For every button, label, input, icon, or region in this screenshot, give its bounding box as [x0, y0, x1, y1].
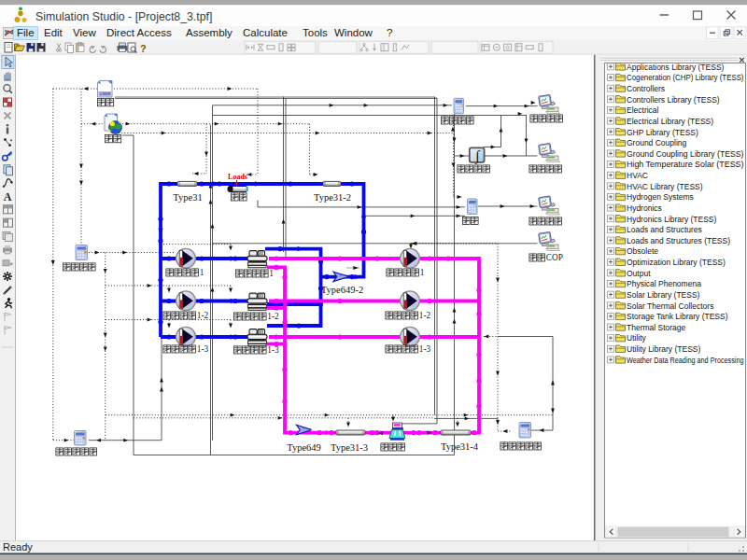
svg-text:USER: USER: [99, 91, 110, 96]
svg-text:Controllers: Controllers: [627, 84, 665, 93]
svg-text:Type31-2: Type31-2: [314, 192, 351, 203]
svg-text:Hydronics: Hydronics: [627, 203, 662, 213]
svg-text:Ground Coupling: Ground Coupling: [627, 138, 687, 147]
svg-text:High Temperature Solar (TESS): High Temperature Solar (TESS): [627, 160, 744, 169]
svg-text:Tools: Tools: [303, 27, 328, 38]
svg-text:Type31: Type31: [173, 192, 202, 203]
svg-text:Type649-2: Type649-2: [321, 285, 363, 295]
svg-text:Electrical Library (TESS): Electrical Library (TESS): [627, 117, 713, 126]
svg-text:Type649: Type649: [287, 442, 321, 453]
svg-text:File: File: [17, 27, 35, 38]
svg-text:1-3: 1-3: [197, 344, 209, 354]
svg-text:Loads: Loads: [228, 173, 247, 181]
svg-text:Physical Phenomena: Physical Phenomena: [627, 279, 701, 288]
svg-text:Controllers Library (TESS): Controllers Library (TESS): [627, 95, 720, 105]
svg-text:1: 1: [420, 268, 425, 277]
svg-text:1-3: 1-3: [267, 345, 279, 355]
svg-text:?: ?: [387, 27, 392, 38]
svg-text:Type31-4: Type31-4: [441, 441, 479, 452]
svg-text:Solar Library (TESS): Solar Library (TESS): [627, 290, 700, 300]
svg-text:Obsolete: Obsolete: [627, 246, 658, 256]
svg-text:Output: Output: [627, 269, 651, 278]
svg-text:Direct Access: Direct Access: [106, 27, 172, 38]
svg-text:Simulation Studio - [Project8_: Simulation Studio - [Project8_3.tpf]: [35, 10, 212, 23]
svg-text:Ready: Ready: [3, 541, 33, 553]
svg-text:1-3: 1-3: [419, 344, 431, 354]
svg-text:A: A: [4, 190, 12, 203]
svg-text:?: ?: [140, 43, 147, 54]
svg-text:Calculate: Calculate: [243, 27, 288, 38]
svg-text:1-2: 1-2: [197, 311, 209, 320]
svg-text:COP: COP: [546, 253, 563, 262]
svg-text:Edit: Edit: [44, 27, 63, 38]
svg-text:Utility Library (TESS): Utility Library (TESS): [627, 344, 701, 354]
svg-text:Utility: Utility: [627, 333, 647, 343]
svg-text:Loads and Structures (TESS): Loads and Structures (TESS): [627, 236, 730, 245]
svg-text:Solar Thermal Collectors: Solar Thermal Collectors: [627, 301, 713, 311]
svg-text:Optimization Library (TESS): Optimization Library (TESS): [627, 258, 726, 267]
svg-text:View: View: [73, 27, 96, 38]
svg-text:1-2: 1-2: [419, 311, 431, 320]
svg-text:Type31-3: Type31-3: [331, 442, 368, 453]
svg-text:Weather Data Reading and Proce: Weather Data Reading and Processing: [627, 356, 744, 365]
svg-text:Loads and Structures: Loads and Structures: [627, 225, 702, 234]
svg-text:Window: Window: [334, 27, 374, 38]
svg-text:Storage Tank Library (TESS): Storage Tank Library (TESS): [627, 312, 728, 321]
svg-text:1: 1: [200, 268, 204, 277]
svg-text:1: 1: [269, 269, 274, 278]
svg-text:Electrical: Electrical: [627, 105, 659, 115]
svg-text:Applications Library (TESS): Applications Library (TESS): [627, 63, 725, 72]
svg-text:Thermal Storage: Thermal Storage: [627, 323, 686, 332]
svg-text:1-2: 1-2: [267, 312, 279, 321]
svg-text:Assembly: Assembly: [186, 27, 233, 38]
svg-text:Cogeneration (CHP) Library (TE: Cogeneration (CHP) Library (TESS): [627, 73, 744, 82]
svg-text:Ground Coupling Library (TESS): Ground Coupling Library (TESS): [627, 149, 744, 159]
svg-text:Hydrogen Systems: Hydrogen Systems: [627, 192, 694, 202]
svg-text:Hydronics Library (TESS): Hydronics Library (TESS): [627, 215, 717, 224]
svg-text:GHP Library (TESS): GHP Library (TESS): [627, 128, 698, 137]
svg-text:HVAC Library (TESS): HVAC Library (TESS): [627, 182, 703, 191]
svg-text:HVAC: HVAC: [627, 171, 648, 180]
